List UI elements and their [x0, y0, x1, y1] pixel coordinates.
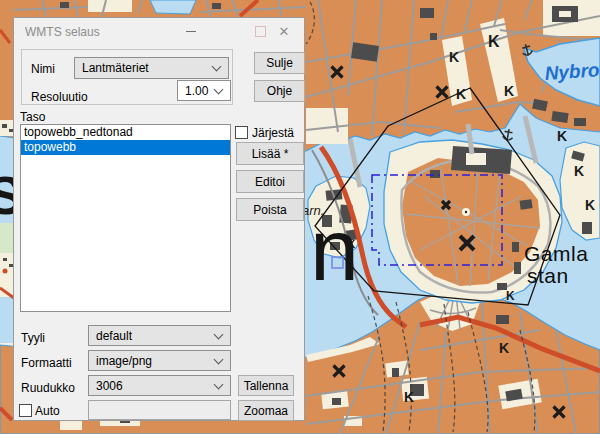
plaza-dot: [465, 211, 467, 213]
list-item[interactable]: topowebb_nedtonad: [21, 125, 230, 140]
taso-label: Taso: [20, 110, 45, 124]
k-symbol: K: [557, 128, 567, 144]
k-symbol: K: [506, 289, 515, 303]
sulje-button[interactable]: Sulje: [254, 52, 305, 74]
minimize-button[interactable]: [175, 20, 207, 42]
formaatti-label: Formaatti: [21, 356, 72, 370]
minimize-icon: [186, 31, 196, 32]
chevron-down-icon: [212, 62, 222, 72]
window-title: WMTS selaus: [25, 25, 100, 39]
tyyli-label: Tyyli: [21, 331, 45, 345]
formaatti-combobox[interactable]: image/png: [88, 350, 231, 371]
editoi-label: Editoi: [255, 175, 285, 189]
k-symbol: K: [499, 340, 509, 356]
close-icon: ✕: [279, 24, 290, 39]
resoluutio-label: Resoluutio: [31, 90, 88, 104]
tallenna-button[interactable]: Tallenna: [238, 375, 294, 396]
lisaa-label: Lisää *: [252, 147, 289, 161]
layer-listbox[interactable]: topowebb_nedtonad topowebb: [20, 124, 231, 312]
k-symbol: K: [574, 163, 584, 179]
zoomaa-button[interactable]: Zoomaa: [238, 400, 294, 421]
water-label-nybroviken: Nybrov: [544, 58, 600, 84]
ohje-label: Ohje: [267, 84, 292, 98]
k-symbol: K: [504, 83, 514, 99]
k-symbol: K: [449, 49, 459, 65]
poista-label: Poista: [253, 203, 286, 217]
zoomaa-label: Zoomaa: [244, 404, 288, 418]
ruudukko-combobox[interactable]: 3006: [88, 375, 231, 396]
list-item-selected[interactable]: topowebb: [21, 140, 230, 155]
poista-button[interactable]: Poista: [236, 198, 304, 221]
nimi-label: Nimi: [31, 62, 55, 76]
nimi-combobox[interactable]: Lantmäteriet: [74, 57, 229, 79]
k-symbol: K: [585, 197, 595, 213]
auto-checkbox[interactable]: [19, 404, 32, 417]
palace-courtyard: [466, 153, 486, 165]
tallenna-label: Tallenna: [244, 379, 289, 393]
courtyard: [559, 11, 571, 17]
maximize-icon: [255, 26, 266, 37]
place-label-gamla-stan-1: Gamla: [524, 242, 588, 265]
jarjesta-checkbox[interactable]: [235, 126, 248, 139]
ruudukko-label: Ruudukko: [21, 381, 75, 395]
auto-field[interactable]: [88, 400, 231, 420]
tyyli-combobox[interactable]: default: [88, 325, 231, 346]
wmts-dialog-window: WMTS selaus ✕ Nimi Lantmäteriet Resoluut…: [13, 17, 305, 421]
titlebar[interactable]: WMTS selaus ✕: [14, 18, 304, 47]
auto-label: Auto: [35, 404, 60, 418]
close-button[interactable]: ✕: [268, 20, 300, 42]
lisaa-button[interactable]: Lisää *: [236, 142, 304, 165]
place-label-gamla-stan-2: stan: [527, 264, 569, 287]
chevron-down-icon: [214, 379, 224, 389]
ruudukko-value: 3006: [96, 379, 123, 393]
resoluutio-value: 1.00: [185, 84, 208, 98]
jarjesta-label: Järjestä: [252, 126, 294, 140]
road-dot: [3, 269, 8, 274]
k-symbol: K: [404, 389, 414, 405]
ohje-button[interactable]: Ohje: [254, 80, 305, 102]
sulje-label: Sulje: [266, 56, 293, 70]
chevron-down-icon: [214, 329, 224, 339]
nimi-value: Lantmäteriet: [82, 61, 149, 75]
chevron-down-icon: [214, 84, 224, 94]
water-pocket: [150, 0, 196, 14]
big-label-partial-n: n: [310, 200, 359, 299]
tyyli-value: default: [96, 329, 132, 343]
chevron-down-icon: [214, 354, 224, 364]
formaatti-value: image/png: [96, 354, 152, 368]
resoluutio-combobox[interactable]: 1.00: [177, 80, 231, 101]
k-symbol: K: [488, 33, 500, 50]
editoi-button[interactable]: Editoi: [236, 170, 304, 193]
